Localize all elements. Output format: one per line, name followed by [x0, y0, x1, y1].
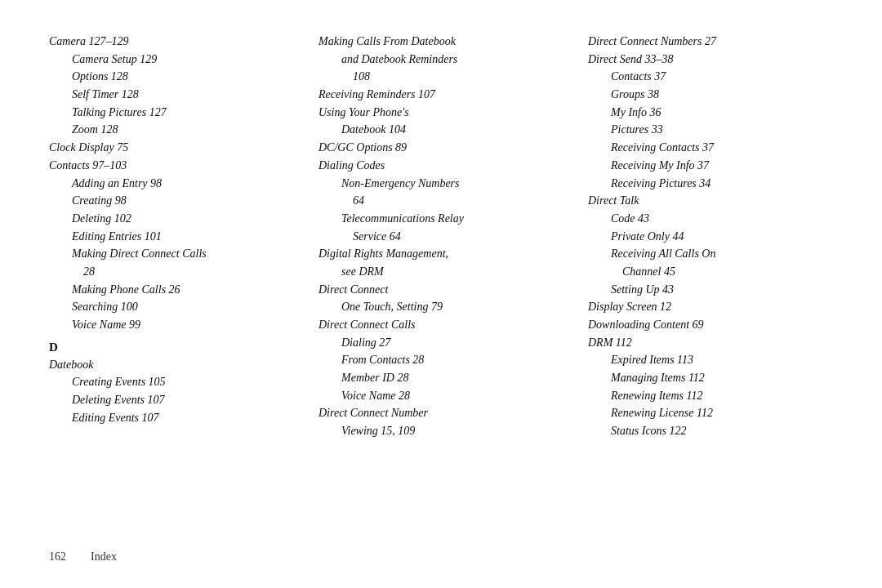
list-item: Dialing Codes	[318, 157, 572, 175]
list-item: Managing Items 112	[588, 369, 841, 387]
list-item: Direct Connect	[318, 281, 572, 299]
list-item: Adding an Entry 98	[49, 175, 302, 193]
list-item: Private Only 44	[588, 228, 841, 246]
list-item: Options 128	[49, 68, 302, 86]
list-item: Datebook 104	[318, 121, 572, 139]
list-item: DC/GC Options 89	[318, 139, 572, 157]
list-item: Non-Emergency Numbers	[318, 175, 572, 193]
list-item: Telecommunications Relay	[318, 210, 572, 228]
list-item: Making Direct Connect Calls	[49, 245, 302, 263]
footer-page-number: 162	[49, 550, 66, 564]
list-item: Status Icons 122	[588, 422, 841, 440]
list-item: Direct Connect Number	[318, 404, 572, 422]
list-item: Searching 100	[49, 298, 302, 316]
list-item: Dialing 27	[318, 334, 572, 352]
list-item: Direct Send 33–38	[588, 51, 841, 69]
list-item: Digital Rights Management,	[318, 245, 572, 263]
list-item: Making Phone Calls 26	[49, 281, 302, 299]
list-item: Camera Setup 129	[49, 51, 302, 69]
footer-label: Index	[91, 550, 117, 564]
list-item: From Contacts 28	[318, 351, 572, 369]
list-item: Creating 98	[49, 192, 302, 210]
list-item: 28	[49, 263, 302, 281]
list-item: Deleting 102	[49, 210, 302, 228]
list-item: Creating Events 105	[49, 373, 302, 391]
list-item: Editing Events 107	[49, 409, 302, 427]
list-item: Expired Items 113	[588, 351, 841, 369]
list-item: 108	[318, 68, 572, 86]
list-item: Renewing Items 112	[588, 387, 841, 405]
list-item: D	[49, 341, 302, 354]
list-item: Talking Pictures 127	[49, 104, 302, 122]
list-item: and Datebook Reminders	[318, 51, 572, 69]
list-item: Receiving Contacts 37	[588, 139, 841, 157]
page: Camera 127–129Camera Setup 129Options 12…	[0, 0, 882, 588]
list-item: One Touch, Setting 79	[318, 298, 572, 316]
list-item: see DRM	[318, 263, 572, 281]
list-item: Receiving My Info 37	[588, 157, 841, 175]
list-item: Editing Entries 101	[49, 228, 302, 246]
list-item: Voice Name 28	[318, 387, 572, 405]
column-col2: Making Calls From Datebookand Datebook R…	[318, 33, 588, 542]
list-item: Receiving All Calls On	[588, 245, 841, 263]
content-area: Camera 127–129Camera Setup 129Options 12…	[49, 33, 841, 542]
list-item: Self Timer 128	[49, 86, 302, 104]
list-item: Using Your Phone's	[318, 104, 572, 122]
list-item: My Info 36	[588, 104, 841, 122]
column-col3: Direct Connect Numbers 27Direct Send 33–…	[588, 33, 841, 542]
list-item: Zoom 128	[49, 121, 302, 139]
list-item: Receiving Reminders 107	[318, 86, 572, 104]
list-item: Contacts 37	[588, 68, 841, 86]
list-item: Deleting Events 107	[49, 391, 302, 409]
list-item: Making Calls From Datebook	[318, 33, 572, 51]
list-item: Channel 45	[588, 263, 841, 281]
list-item: Service 64	[318, 228, 572, 246]
list-item: Direct Connect Calls	[318, 316, 572, 334]
list-item: Contacts 97–103	[49, 157, 302, 175]
list-item: Display Screen 12	[588, 298, 841, 316]
list-item: Voice Name 99	[49, 316, 302, 334]
list-item: Setting Up 43	[588, 281, 841, 299]
list-item: Member ID 28	[318, 369, 572, 387]
list-item: Code 43	[588, 210, 841, 228]
list-item: Direct Talk	[588, 192, 841, 210]
list-item: Direct Connect Numbers 27	[588, 33, 841, 51]
list-item: Camera 127–129	[49, 33, 302, 51]
list-item: Receiving Pictures 34	[588, 175, 841, 193]
list-item: DRM 112	[588, 334, 841, 352]
column-col1: Camera 127–129Camera Setup 129Options 12…	[49, 33, 318, 542]
list-item: Renewing License 112	[588, 404, 841, 422]
list-item: Datebook	[49, 356, 302, 374]
list-item: 64	[318, 192, 572, 210]
list-item: Downloading Content 69	[588, 316, 841, 334]
list-item: Pictures 33	[588, 121, 841, 139]
list-item: Groups 38	[588, 86, 841, 104]
list-item: Clock Display 75	[49, 139, 302, 157]
footer: 162 Index	[49, 542, 841, 564]
list-item: Viewing 15, 109	[318, 422, 572, 440]
